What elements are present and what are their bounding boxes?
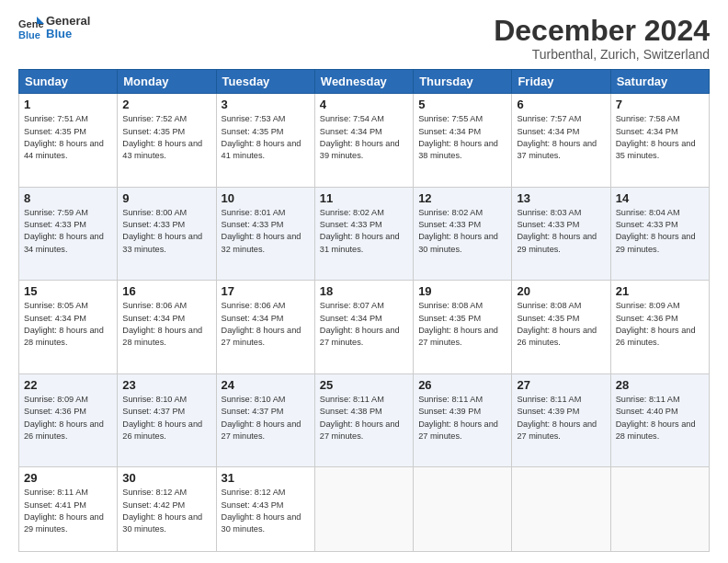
table-row: 19Sunrise: 8:08 AMSunset: 4:35 PMDayligh… xyxy=(414,281,512,374)
header-tuesday: Tuesday xyxy=(216,70,314,94)
header-saturday: Saturday xyxy=(610,70,709,94)
table-row xyxy=(314,467,413,552)
table-row: 10Sunrise: 8:01 AMSunset: 4:33 PMDayligh… xyxy=(216,187,314,281)
table-row: 15Sunrise: 8:05 AMSunset: 4:34 PMDayligh… xyxy=(19,281,118,374)
table-row: 18Sunrise: 8:07 AMSunset: 4:34 PMDayligh… xyxy=(314,281,413,374)
table-row: 16Sunrise: 8:06 AMSunset: 4:34 PMDayligh… xyxy=(118,281,216,374)
table-row: 1Sunrise: 7:51 AMSunset: 4:35 PMDaylight… xyxy=(19,94,118,188)
table-row: 5Sunrise: 7:55 AMSunset: 4:34 PMDaylight… xyxy=(414,94,512,188)
table-row: 11Sunrise: 8:02 AMSunset: 4:33 PMDayligh… xyxy=(314,187,413,281)
table-row: 20Sunrise: 8:08 AMSunset: 4:35 PMDayligh… xyxy=(512,281,610,374)
header-friday: Friday xyxy=(512,70,610,94)
header-sunday: Sunday xyxy=(19,70,118,94)
table-row xyxy=(610,467,709,552)
table-row: 27Sunrise: 8:11 AMSunset: 4:39 PMDayligh… xyxy=(512,373,610,467)
calendar-page: General Blue General Blue December 2024 … xyxy=(0,0,728,563)
month-title: December 2024 xyxy=(494,15,710,47)
logo-line1: General xyxy=(46,15,90,28)
table-row: 9Sunrise: 8:00 AMSunset: 4:33 PMDaylight… xyxy=(118,187,216,281)
table-row: 30Sunrise: 8:12 AMSunset: 4:42 PMDayligh… xyxy=(118,467,216,552)
table-row: 6Sunrise: 7:57 AMSunset: 4:34 PMDaylight… xyxy=(512,94,610,188)
table-row: 13Sunrise: 8:03 AMSunset: 4:33 PMDayligh… xyxy=(512,187,610,281)
location: Turbenthal, Zurich, Switzerland xyxy=(494,47,710,62)
table-row: 22Sunrise: 8:09 AMSunset: 4:36 PMDayligh… xyxy=(19,373,118,467)
table-row: 29Sunrise: 8:11 AMSunset: 4:41 PMDayligh… xyxy=(19,467,118,552)
calendar-table: Sunday Monday Tuesday Wednesday Thursday… xyxy=(18,69,710,552)
header-thursday: Thursday xyxy=(414,70,512,94)
header: General Blue General Blue December 2024 … xyxy=(18,15,710,62)
svg-text:Blue: Blue xyxy=(18,29,40,40)
table-row: 12Sunrise: 8:02 AMSunset: 4:33 PMDayligh… xyxy=(414,187,512,281)
table-row: 14Sunrise: 8:04 AMSunset: 4:33 PMDayligh… xyxy=(610,187,709,281)
logo-icon: General Blue xyxy=(18,15,44,40)
table-row: 2Sunrise: 7:52 AMSunset: 4:35 PMDaylight… xyxy=(118,94,216,188)
table-row: 28Sunrise: 8:11 AMSunset: 4:40 PMDayligh… xyxy=(610,373,709,467)
table-row: 8Sunrise: 7:59 AMSunset: 4:33 PMDaylight… xyxy=(19,187,118,281)
table-row: 25Sunrise: 8:11 AMSunset: 4:38 PMDayligh… xyxy=(314,373,413,467)
table-row: 4Sunrise: 7:54 AMSunset: 4:34 PMDaylight… xyxy=(314,94,413,188)
table-row: 17Sunrise: 8:06 AMSunset: 4:34 PMDayligh… xyxy=(216,281,314,374)
table-row: 26Sunrise: 8:11 AMSunset: 4:39 PMDayligh… xyxy=(414,373,512,467)
table-row: 31Sunrise: 8:12 AMSunset: 4:43 PMDayligh… xyxy=(216,467,314,552)
table-row xyxy=(414,467,512,552)
header-monday: Monday xyxy=(118,70,216,94)
header-wednesday: Wednesday xyxy=(314,70,413,94)
table-row: 21Sunrise: 8:09 AMSunset: 4:36 PMDayligh… xyxy=(610,281,709,374)
table-row: 23Sunrise: 8:10 AMSunset: 4:37 PMDayligh… xyxy=(118,373,216,467)
table-row: 7Sunrise: 7:58 AMSunset: 4:34 PMDaylight… xyxy=(610,94,709,188)
logo-line2: Blue xyxy=(46,28,90,40)
logo: General Blue General Blue xyxy=(18,15,90,41)
title-section: December 2024 Turbenthal, Zurich, Switze… xyxy=(494,15,710,62)
table-row: 24Sunrise: 8:10 AMSunset: 4:37 PMDayligh… xyxy=(216,373,314,467)
table-row: 3Sunrise: 7:53 AMSunset: 4:35 PMDaylight… xyxy=(216,94,314,188)
table-row xyxy=(512,467,610,552)
days-header-row: Sunday Monday Tuesday Wednesday Thursday… xyxy=(19,70,710,94)
